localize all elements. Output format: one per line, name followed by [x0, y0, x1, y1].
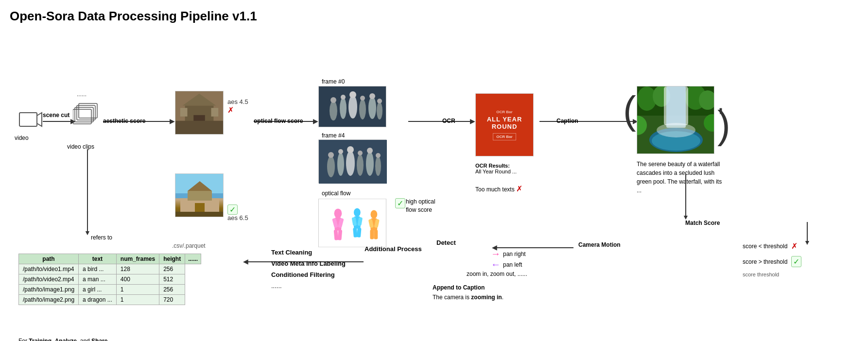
svg-point-37: [357, 154, 364, 176]
svg-point-30: [360, 96, 365, 101]
table-cell: /path/to/image2.png: [19, 295, 79, 305]
training-label: For Training, Analyze, and Share: [18, 338, 107, 341]
optical-flow-sublabel: optical flow: [322, 190, 350, 197]
paren-open: (: [623, 91, 636, 130]
score-gt-threshold-row: score > threshold ✓: [743, 256, 801, 267]
training-bold1: Training: [29, 338, 52, 341]
ocr-store-img: OCR Bar ALL YEAR ROUND OCR Bar: [475, 93, 534, 156]
video-meta-label: Video Meta Info Labeling: [271, 260, 346, 267]
detect-label: Detect: [436, 239, 456, 246]
data-table: path text num_frames height ...... /path…: [18, 254, 201, 305]
svg-point-23: [348, 95, 357, 119]
svg-point-24: [359, 99, 366, 119]
training-bold2: Analyze: [55, 338, 77, 341]
table-cell: 1: [116, 295, 159, 305]
aes-score-bottom: ✓ aes 6.5: [227, 205, 248, 222]
zooming-in-bold: zooming in: [471, 294, 502, 301]
svg-point-39: [375, 156, 381, 176]
svg-rect-11: [211, 108, 219, 117]
svg-point-43: [358, 151, 363, 155]
training-bold3: Share: [91, 338, 107, 341]
table-row: /path/to/video1.mp4a bird ...128256: [19, 264, 201, 274]
table-cell: 128: [116, 264, 159, 274]
svg-rect-0: [19, 113, 37, 126]
svg-point-42: [347, 146, 354, 153]
table-cell: 256: [159, 285, 185, 295]
svg-point-35: [337, 153, 344, 176]
svg-rect-10: [180, 108, 188, 117]
high-optical-check: ✓: [395, 199, 405, 208]
table-cell: 1: [116, 285, 159, 295]
score-threshold-label: score threshold: [743, 272, 779, 277]
ocr-label: OCR: [442, 118, 455, 124]
refers-to-label: refers to: [91, 234, 112, 241]
dots-bottom: ......: [271, 282, 282, 290]
svg-point-28: [341, 95, 346, 100]
pan-right-row: → pan right: [491, 248, 526, 259]
match-score-label: Match Score: [685, 220, 720, 226]
table-cell: 512: [159, 274, 185, 285]
table-cell: /path/to/video2.mp4: [19, 274, 79, 285]
table-row: /path/to/image2.pnga dragon ...1720: [19, 295, 201, 305]
svg-rect-12: [175, 121, 223, 134]
table-cell: a man ...: [79, 274, 117, 285]
caption-label: Caption: [556, 118, 578, 124]
aes-img-top: [175, 91, 224, 135]
pan-left-icon: ←: [491, 259, 501, 270]
svg-marker-1: [37, 113, 42, 126]
aesthetic-score-label: aesthetic score: [103, 118, 145, 124]
zoom-label: zoom in, zoom out, ......: [467, 271, 527, 277]
svg-point-38: [366, 152, 374, 176]
paren-close: ): [717, 105, 730, 144]
table-header-num-frames: num_frames: [116, 254, 159, 264]
score-lt-label: score < threshold: [743, 243, 787, 250]
svg-rect-16: [188, 191, 212, 201]
table-cell: /path/to/image1.png: [19, 285, 79, 295]
pan-right-label: pan right: [503, 251, 526, 257]
page-title: Open-Sora Data Processing Pipeline v1.1: [10, 9, 858, 24]
waterfall-img: [637, 86, 714, 154]
table-header-dots: ......: [185, 254, 201, 264]
check-icon-score: ✓: [791, 256, 801, 267]
append-caption-text: The camera is zooming in.: [433, 294, 503, 301]
svg-point-45: [376, 153, 381, 158]
clips-label: video clips: [67, 143, 94, 150]
svg-rect-64: [374, 230, 378, 239]
svg-point-21: [330, 101, 337, 120]
svg-point-29: [349, 91, 356, 98]
table-cell: 720: [159, 295, 185, 305]
caption-arrow: [539, 121, 634, 122]
too-much-texts: Too much texts ✗: [475, 184, 522, 193]
scene-cut-label: scene cut: [43, 112, 69, 119]
svg-point-31: [369, 93, 375, 99]
svg-point-59: [370, 210, 377, 219]
frame4-label: frame #4: [322, 132, 345, 139]
pan-left-row: ← pan left: [491, 259, 522, 270]
optical-flow-fig: [318, 199, 386, 247]
table-row: /path/to/image1.pnga girl ...1256: [19, 285, 201, 295]
svg-point-53: [354, 208, 361, 217]
optical-flow-label: optical flow score: [254, 118, 303, 124]
pan-left-label: pan left: [503, 261, 522, 268]
table-header-text: text: [79, 254, 117, 264]
svg-rect-63: [370, 230, 374, 239]
text-cleaning-label: Text Cleaning: [271, 249, 312, 256]
threshold-arrow: [807, 222, 808, 241]
table-cell: a bird ...: [79, 264, 117, 274]
svg-point-26: [377, 102, 382, 119]
svg-point-41: [338, 149, 343, 154]
append-caption-label: Append to Caption: [433, 284, 485, 291]
table-cell: a dragon ...: [79, 295, 117, 305]
svg-point-36: [346, 151, 355, 176]
svg-point-32: [377, 99, 382, 103]
scene-cut-arrow: [43, 121, 72, 122]
clips-stack: [73, 101, 97, 139]
svg-rect-19: [175, 212, 224, 217]
camera-motion-label: Camera Motion: [578, 241, 621, 248]
table-cell: a girl ...: [79, 285, 117, 295]
table-cell: /path/to/video1.mp4: [19, 264, 79, 274]
table-cell: 400: [116, 274, 159, 285]
score-gt-label: score > threshold: [743, 258, 787, 265]
cross-icon-score: ✗: [791, 241, 798, 251]
svg-point-40: [328, 152, 334, 158]
